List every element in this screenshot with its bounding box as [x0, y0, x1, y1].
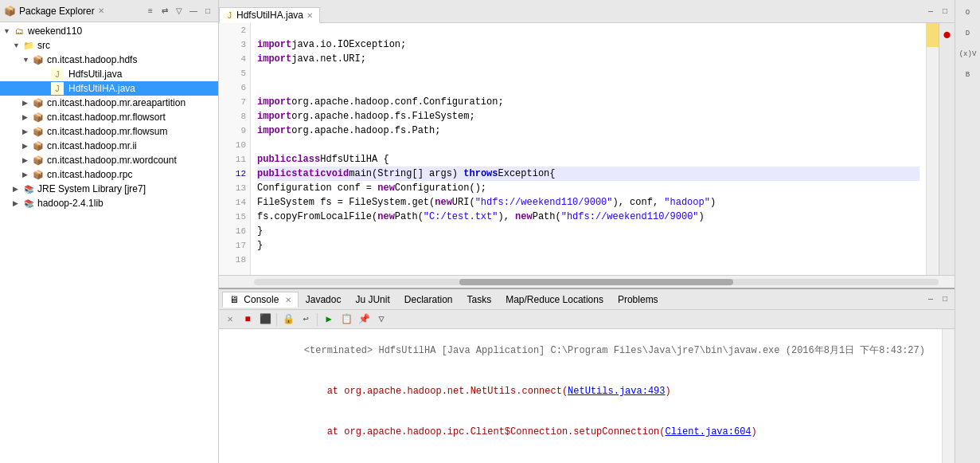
- right-btn-1[interactable]: O: [959, 3, 978, 22]
- ln-14: 14: [223, 195, 246, 210]
- ln-15: 15: [223, 210, 246, 224]
- tab-declaration[interactable]: Declaration: [397, 292, 460, 308]
- code-line-6: [257, 80, 919, 95]
- ln-9: 9: [223, 124, 246, 138]
- package-explorer-title: Package Explorer: [19, 6, 95, 17]
- tree-label-ii: cn.itcast.hadoop.mr.ii: [47, 140, 137, 151]
- code-line-3: import java.io.IOException;: [257, 37, 919, 52]
- editor-content: 2 3 4 5 6 7 8 9 10 11 12 13 14: [219, 23, 926, 275]
- code-line-12: public static void main(String[] args) t…: [257, 167, 919, 181]
- h-scroll-thumb: [459, 279, 733, 285]
- ln-8: 8: [223, 109, 246, 124]
- code-line-9: import org.apache.hadoop.fs.Path;: [257, 124, 919, 138]
- tree-item-weekend110[interactable]: ▼ 🗂 weekend110: [0, 24, 218, 38]
- junit-icon: Ju: [355, 294, 365, 305]
- tree-item-areapartition[interactable]: ▶ 📦 cn.itcast.hadoop.mr.areapartition: [0, 96, 218, 110]
- editor-tab-bar: J HdfsUtilHA.java ✕ — □: [219, 0, 955, 23]
- tree-item-hadoop-lib[interactable]: ▶ 📚 hadoop-2.4.1lib: [0, 196, 218, 210]
- task-marker-btn[interactable]: ⬤: [938, 25, 955, 44]
- tab-problems[interactable]: Problems: [611, 292, 666, 308]
- tab-javadoc-label: Javadoc: [306, 294, 342, 305]
- open-console-btn[interactable]: 📋: [338, 312, 354, 328]
- code-line-11: public class HdfsUtilHA {: [257, 152, 919, 167]
- ln-11: 11: [223, 152, 246, 167]
- tree-item-rpc[interactable]: ▶ 📦 cn.itcast.hadoop.rpc: [0, 167, 218, 182]
- tab-javadoc[interactable]: Javadoc: [299, 292, 349, 308]
- minimize-btn[interactable]: —: [187, 5, 200, 18]
- code-line-14: FileSystem fs = FileSystem.get(new URI("…: [257, 195, 919, 210]
- tab-console[interactable]: 🖥 Console ✕: [222, 292, 299, 308]
- stop-btn[interactable]: ■: [240, 312, 256, 328]
- ln-6: 6: [223, 80, 246, 95]
- code-line-8: import org.apache.hadoop.fs.FileSystem;: [257, 109, 919, 124]
- tree-arrow-flowsum: ▶: [22, 128, 32, 135]
- tree-arrow-src: ▼: [13, 41, 22, 49]
- stop-btn2[interactable]: ⬛: [257, 312, 273, 328]
- right-btn-3[interactable]: (x)V: [959, 45, 978, 64]
- collapse-all-btn[interactable]: ≡: [144, 5, 157, 18]
- code-line-18: [257, 253, 919, 267]
- bottom-panel: 🖥 Console ✕ Javadoc Ju JUnit Declaration: [219, 288, 955, 463]
- java-icon-hdfsutilha: J: [51, 82, 64, 95]
- maximize-btn[interactable]: □: [201, 5, 214, 18]
- link-client604[interactable]: Client.java:604: [666, 426, 752, 437]
- tree-item-ii[interactable]: ▶ 📦 cn.itcast.hadoop.mr.ii: [0, 139, 218, 153]
- tree-label-weekend110: weekend110: [28, 26, 82, 37]
- pkg-icon-ii: 📦: [32, 139, 45, 152]
- right-btn-2[interactable]: D: [959, 24, 978, 43]
- pkg-icon-flowsort: 📦: [32, 111, 45, 124]
- editor-minimize-btn[interactable]: —: [924, 5, 937, 18]
- tree-item-hdfsutilha[interactable]: J HdfsUtilHA.java: [0, 81, 218, 96]
- console-line-3: at org.apache.hadoop.ipc.Client$Connecti…: [224, 453, 937, 463]
- console-scrollbar[interactable]: [942, 329, 955, 463]
- pin-console-btn[interactable]: 📌: [356, 312, 372, 328]
- tab-problems-label: Problems: [618, 294, 658, 305]
- run-btn[interactable]: ▶: [321, 312, 337, 328]
- tree-arrow-rpc: ▶: [22, 171, 32, 179]
- scroll-lock-btn[interactable]: 🔒: [280, 312, 296, 328]
- tree-item-flowsort[interactable]: ▶ 📦 cn.itcast.hadoop.mr.flowsort: [0, 110, 218, 124]
- clear-console-btn[interactable]: ✕: [222, 312, 238, 328]
- tree-item-hdfsutil[interactable]: J HdfsUtil.java: [0, 67, 218, 81]
- console-icon: 🖥: [229, 294, 239, 305]
- h-scrollbar[interactable]: [219, 275, 955, 288]
- tree-item-jre[interactable]: ▶ 📚 JRE System Library [jre7]: [0, 182, 218, 196]
- tree-label-areapartition: cn.itcast.hadoop.mr.areapartition: [47, 97, 185, 108]
- h-scroll-track[interactable]: [254, 279, 939, 285]
- ln-16: 16: [223, 224, 246, 238]
- tab-console-close[interactable]: ✕: [285, 296, 291, 304]
- editor-scrollbar[interactable]: [926, 23, 939, 275]
- tab-hdfsutilha[interactable]: J HdfsUtilHA.java ✕: [219, 7, 320, 23]
- code-editor[interactable]: import java.io.IOException; import java.…: [251, 23, 926, 275]
- view-menu-btn[interactable]: ▽: [173, 5, 185, 18]
- tab-tasks[interactable]: Tasks: [460, 292, 499, 308]
- link-with-editor-btn[interactable]: ⇄: [158, 5, 171, 18]
- tree-arrow-areapartition: ▶: [22, 99, 32, 107]
- bottom-maximize-btn[interactable]: □: [939, 293, 951, 306]
- bottom-minimize-btn[interactable]: —: [924, 293, 937, 306]
- tree-item-src[interactable]: ▼ 📁 src: [0, 38, 218, 53]
- right-btn-4[interactable]: B: [959, 65, 978, 84]
- package-icon-hdfs: 📦: [32, 53, 45, 66]
- tab-declaration-label: Declaration: [404, 294, 453, 305]
- tab-close-hdfsutilha[interactable]: ✕: [306, 11, 313, 20]
- src-folder-icon: 📁: [22, 39, 35, 52]
- link-netutils[interactable]: NetUtils.java:493: [568, 386, 665, 397]
- editor-main: 2 3 4 5 6 7 8 9 10 11 12 13 14: [219, 23, 955, 275]
- ln-17: 17: [223, 238, 246, 253]
- ln-4: 4: [223, 52, 246, 66]
- code-line-10: [257, 138, 919, 152]
- tree-item-wordcount[interactable]: ▶ 📦 cn.itcast.hadoop.mr.wordcount: [0, 153, 218, 167]
- package-explorer-close[interactable]: ✕: [98, 6, 104, 15]
- tab-junit[interactable]: Ju JUnit: [348, 292, 396, 308]
- editor-maximize-btn[interactable]: □: [939, 5, 951, 18]
- tree-label-flowsum: cn.itcast.hadoop.mr.flowsum: [47, 126, 167, 137]
- word-wrap-btn[interactable]: ↩: [298, 312, 314, 328]
- tree-label-src: src: [37, 40, 50, 51]
- console-menu-btn[interactable]: ▽: [373, 312, 389, 328]
- tree-item-hdfs-pkg[interactable]: ▼ 📦 cn.itcast.hadoop.hdfs: [0, 53, 218, 67]
- tab-mapreduce[interactable]: Map/Reduce Locations: [498, 292, 611, 308]
- tree-item-flowsum[interactable]: ▶ 📦 cn.itcast.hadoop.mr.flowsum: [0, 124, 218, 139]
- tab-console-label: Console: [244, 294, 279, 305]
- main-area: 📦 Package Explorer ✕ ≡ ⇄ ▽ — □ ▼ 🗂: [0, 0, 980, 463]
